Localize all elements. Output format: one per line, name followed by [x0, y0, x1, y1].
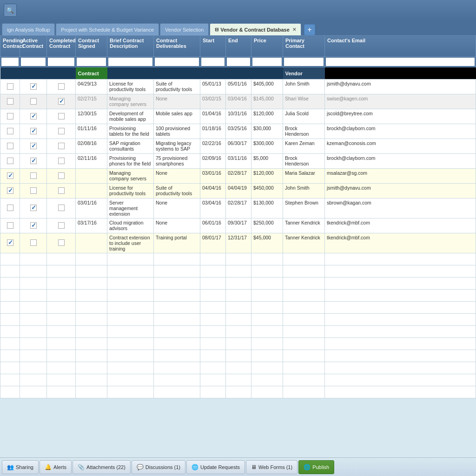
attachments-button[interactable]: 📎 Attachments (22) — [73, 460, 131, 474]
checkbox[interactable] — [30, 113, 37, 119]
sharing-button[interactable]: 👥 Sharing — [2, 460, 39, 474]
publish-button[interactable]: 🌐 Publish — [298, 460, 334, 474]
update-requests-button[interactable]: 🌐 Update Requests — [186, 460, 245, 474]
checkbox-cell[interactable] — [20, 139, 47, 154]
checkbox[interactable] — [7, 239, 13, 246]
checkbox[interactable] — [58, 239, 65, 246]
checkbox[interactable] — [7, 113, 13, 119]
checkbox-cell[interactable] — [0, 184, 20, 198]
checkbox-cell[interactable] — [20, 198, 47, 218]
checkbox-cell[interactable] — [47, 169, 76, 184]
checkbox-cell[interactable] — [0, 124, 20, 139]
checkbox[interactable] — [58, 98, 65, 105]
empty-cell — [20, 302, 47, 314]
filter-end[interactable] — [227, 58, 250, 66]
checkbox[interactable] — [58, 205, 65, 211]
table-row: License for productivity toolsSuite of p… — [0, 184, 476, 198]
checkbox[interactable] — [30, 239, 37, 246]
checkbox[interactable] — [58, 158, 65, 164]
tab-close-icon[interactable]: ✕ — [292, 27, 296, 32]
checkbox[interactable] — [7, 158, 13, 164]
filter-signed[interactable] — [77, 58, 106, 66]
tab-vendor-selection[interactable]: Vendor Selection — [160, 23, 209, 35]
filter-active[interactable] — [21, 58, 46, 66]
checkbox[interactable] — [58, 172, 65, 179]
checkbox-cell[interactable] — [47, 94, 76, 109]
checkbox-cell[interactable] — [20, 184, 47, 198]
checkbox-cell[interactable] — [0, 218, 20, 233]
search-button[interactable]: 🔍 — [4, 4, 17, 17]
checkbox-cell[interactable] — [47, 124, 76, 139]
checkbox[interactable] — [30, 83, 37, 90]
filter-completed[interactable] — [48, 58, 74, 66]
checkbox-cell[interactable] — [0, 79, 20, 94]
filter-primary[interactable] — [284, 58, 324, 66]
checkbox[interactable] — [30, 143, 37, 149]
checkbox-cell[interactable] — [20, 233, 47, 253]
checkbox[interactable] — [7, 205, 13, 211]
tab-analysis-rollup[interactable]: ign Analysis Rollup — [2, 23, 55, 35]
table-cell: kzeman@conosis.com — [325, 139, 476, 154]
filter-deliverables[interactable] — [155, 58, 199, 66]
empty-cell — [251, 314, 283, 326]
tab-vendor-contract-db[interactable]: ⊟ Vendor & Contract Database ✕ — [210, 23, 301, 35]
checkbox[interactable] — [58, 128, 65, 134]
alerts-button[interactable]: 🔔 Alerts — [40, 460, 72, 474]
tab-add-button[interactable]: + — [304, 24, 315, 35]
checkbox-cell[interactable] — [20, 94, 47, 109]
checkbox-cell[interactable] — [20, 218, 47, 233]
checkbox[interactable] — [30, 205, 37, 211]
checkbox[interactable] — [30, 158, 37, 164]
checkbox[interactable] — [30, 128, 37, 134]
checkbox[interactable] — [58, 187, 65, 194]
checkbox-cell[interactable] — [47, 154, 76, 169]
checkbox[interactable] — [7, 83, 13, 90]
checkbox-cell[interactable] — [47, 198, 76, 218]
checkbox-cell[interactable] — [47, 79, 76, 94]
filter-start[interactable] — [201, 58, 225, 66]
checkbox-cell[interactable] — [20, 109, 47, 124]
checkbox[interactable] — [30, 172, 37, 179]
checkbox[interactable] — [30, 98, 37, 105]
checkbox[interactable] — [7, 98, 13, 105]
checkbox-cell[interactable] — [0, 109, 20, 124]
checkbox-cell[interactable] — [20, 154, 47, 169]
checkbox[interactable] — [30, 222, 37, 229]
checkbox[interactable] — [58, 83, 65, 90]
checkbox[interactable] — [58, 143, 65, 149]
discussions-button[interactable]: 💬 Discussions (1) — [132, 460, 185, 474]
table-cell: John Smith — [283, 184, 325, 198]
checkbox-cell[interactable] — [0, 198, 20, 218]
checkbox[interactable] — [7, 143, 13, 149]
checkbox[interactable] — [7, 172, 13, 179]
checkbox-cell[interactable] — [0, 139, 20, 154]
filter-price[interactable] — [252, 58, 282, 66]
checkbox[interactable] — [58, 222, 65, 229]
checkbox-cell[interactable] — [0, 94, 20, 109]
checkbox-cell[interactable] — [0, 154, 20, 169]
checkbox-cell[interactable] — [47, 109, 76, 124]
checkbox-cell[interactable] — [0, 169, 20, 184]
checkbox[interactable] — [7, 222, 13, 229]
checkbox-cell[interactable] — [47, 184, 76, 198]
checkbox[interactable] — [7, 128, 13, 134]
checkbox[interactable] — [58, 113, 65, 119]
checkbox[interactable] — [7, 187, 13, 194]
checkbox-cell[interactable] — [0, 233, 20, 253]
checkbox-cell[interactable] — [20, 79, 47, 94]
tab-label: ign Analysis Rollup — [7, 27, 50, 33]
filter-email[interactable] — [326, 58, 475, 66]
tab-project-variance[interactable]: Project with Schedule & Budget Variance — [56, 23, 159, 35]
checkbox[interactable] — [30, 187, 37, 194]
checkbox-cell[interactable] — [47, 218, 76, 233]
sharing-label: Sharing — [16, 464, 33, 470]
empty-cell — [0, 386, 20, 398]
checkbox-cell[interactable] — [20, 124, 47, 139]
filter-brief[interactable] — [108, 58, 152, 66]
checkbox-cell[interactable] — [47, 139, 76, 154]
group-header-row: Contract Vendor — [0, 67, 476, 79]
checkbox-cell[interactable] — [47, 233, 76, 253]
checkbox-cell[interactable] — [20, 169, 47, 184]
web-forms-button[interactable]: 🖥 Web Forms (1) — [246, 460, 298, 474]
filter-pending[interactable] — [1, 58, 19, 66]
